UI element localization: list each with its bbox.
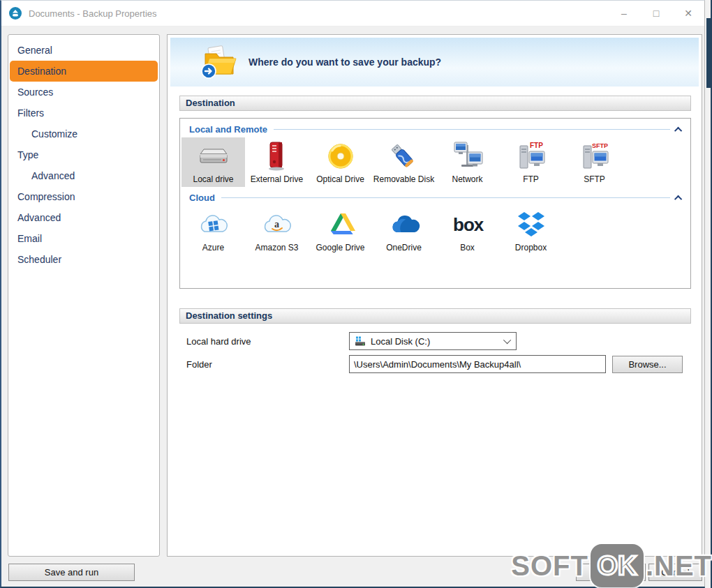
sftp-icon-text: SFTP [592, 142, 608, 149]
tile-onedrive[interactable]: OneDrive [372, 206, 436, 255]
network-icon [436, 140, 499, 173]
tile-network[interactable]: Network [436, 137, 499, 187]
sidebar-item-type-advanced[interactable]: Advanced [8, 165, 159, 186]
sidebar-item-general[interactable]: General [8, 40, 159, 61]
backup-properties-dialog: Documents - Backup Properties – □ ✕ Gene… [0, 0, 705, 588]
sidebar-item-sources[interactable]: Sources [8, 82, 159, 103]
local-drive-icon [181, 140, 245, 173]
removable-disk-icon [372, 140, 436, 173]
local-remote-group-label: Local and Remote [189, 124, 267, 135]
onedrive-icon [372, 208, 436, 241]
save-backup-folder-icon [200, 45, 239, 80]
box-icon: box [436, 208, 499, 241]
tile-label: Amazon S3 [245, 241, 309, 255]
save-button[interactable]: Save [576, 564, 646, 581]
sidebar-nav: General Destination Sources Filters Cust… [8, 34, 160, 557]
amazon-icon-text: a [274, 219, 279, 229]
divider [221, 197, 670, 198]
tile-dropbox[interactable]: Dropbox [499, 206, 563, 255]
tile-removable-disk[interactable]: Removable Disk [372, 137, 436, 187]
tile-external-drive[interactable]: External Drive [245, 137, 309, 187]
cloud-group-label: Cloud [189, 193, 215, 203]
cancel-button[interactable]: Cancel [648, 564, 702, 581]
tile-label: Optical Drive [309, 173, 372, 187]
background-sliver [705, 0, 712, 588]
optical-drive-icon [309, 140, 372, 173]
local-remote-group-header: Local and Remote [180, 119, 690, 135]
tile-label: Removable Disk [372, 173, 436, 187]
tile-sftp[interactable]: SFTP SFTP [563, 137, 626, 187]
tile-label: Dropbox [499, 241, 563, 255]
tile-label: Network [436, 173, 499, 187]
window-controls: – □ ✕ [608, 1, 704, 26]
folder-label: Folder [186, 359, 349, 370]
screen: Documents - Backup Properties – □ ✕ Gene… [0, 0, 712, 588]
tile-label: FTP [499, 173, 563, 187]
tile-label: OneDrive [372, 241, 436, 255]
banner-question: Where do you want to save your backup? [249, 56, 441, 68]
destination-groupbox: Local and Remote [179, 118, 691, 289]
tile-label: Box [436, 241, 499, 255]
sidebar-item-advanced[interactable]: Advanced [8, 207, 159, 228]
ftp-icon-text: FTP [530, 142, 543, 149]
chevron-down-icon [503, 336, 511, 344]
footer-bar: Save and run Save Cancel [1, 558, 704, 587]
sidebar-item-filters[interactable]: Filters [8, 103, 159, 123]
divider [274, 129, 670, 130]
folder-row: Folder Browse... [186, 355, 691, 373]
banner: Where do you want to save your backup? [170, 38, 699, 86]
cloud-group-header: Cloud [180, 187, 690, 203]
sidebar-item-compression[interactable]: Compression [8, 186, 159, 207]
minimize-button[interactable]: – [608, 1, 640, 26]
amazon-s3-icon: a [245, 208, 309, 241]
maximize-button[interactable]: □ [640, 1, 672, 26]
tile-google-drive[interactable]: Google Drive [309, 206, 372, 255]
main-panel: Where do you want to save your backup? D… [167, 34, 702, 557]
tile-box[interactable]: box Box [436, 206, 499, 255]
close-button[interactable]: ✕ [672, 1, 704, 26]
tile-optical-drive[interactable]: Optical Drive [309, 137, 372, 187]
sidebar-item-email[interactable]: Email [8, 228, 159, 249]
tile-label: Azure [181, 241, 245, 255]
drive-select[interactable]: Local Disk (C:) [349, 332, 517, 350]
local-hard-drive-label: Local hard drive [186, 336, 349, 347]
folder-input[interactable] [349, 355, 606, 373]
sidebar-item-type[interactable]: Type [8, 144, 159, 165]
dialog-content: General Destination Sources Filters Cust… [1, 27, 704, 558]
external-drive-icon [245, 140, 309, 173]
browse-button[interactable]: Browse... [612, 356, 683, 373]
tile-label: Local drive [181, 173, 245, 187]
collapse-cloud-icon[interactable] [674, 195, 682, 202]
tile-ftp[interactable]: FTP FTP [499, 137, 563, 187]
google-drive-icon [309, 208, 372, 241]
sidebar-item-scheduler[interactable]: Scheduler [8, 249, 159, 270]
tile-label: External Drive [245, 173, 309, 187]
disk-icon [355, 336, 366, 347]
save-and-run-button[interactable]: Save and run [8, 564, 135, 581]
collapse-local-remote-icon[interactable] [674, 126, 682, 134]
box-icon-text: box [453, 214, 484, 235]
destination-settings-section-header: Destination settings [179, 308, 691, 324]
tile-azure[interactable]: Azure [181, 206, 245, 255]
local-remote-tiles: Local drive [180, 135, 690, 187]
sidebar-item-customize[interactable]: Customize [8, 123, 159, 144]
destination-settings-form: Local hard drive Local D [186, 332, 691, 373]
local-hard-drive-row: Local hard drive Local D [186, 332, 691, 350]
drive-select-value: Local Disk (C:) [371, 336, 430, 347]
sftp-icon: SFTP [563, 140, 626, 173]
tile-local-drive[interactable]: Local drive [181, 137, 245, 187]
azure-icon [181, 208, 245, 241]
cloud-tiles: Azure a Amazon S3 [180, 203, 690, 255]
tile-amazon-s3[interactable]: a Amazon S3 [245, 206, 309, 255]
destination-section-header: Destination [179, 96, 691, 111]
tile-label: SFTP [563, 173, 626, 187]
dropbox-icon [499, 208, 563, 241]
tile-label: Google Drive [309, 241, 372, 255]
sidebar-item-destination[interactable]: Destination [10, 61, 158, 82]
title-bar: Documents - Backup Properties – □ ✕ [1, 1, 704, 27]
window-title: Documents - Backup Properties [29, 8, 157, 19]
ftp-icon: FTP [499, 140, 563, 173]
app-icon [8, 6, 22, 20]
